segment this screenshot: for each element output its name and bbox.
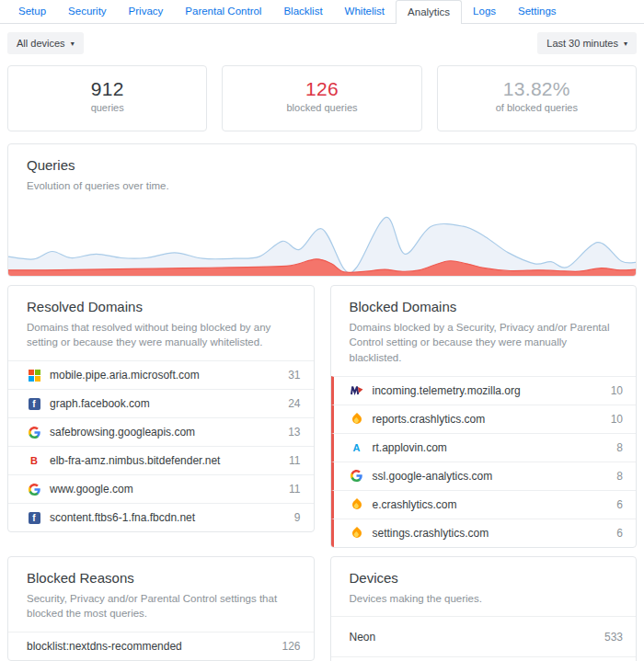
- blocked-domain-row: e.crashlytics.com 6: [331, 490, 637, 519]
- resolved-domain-row: f scontent.ftbs6-1.fna.fbcdn.net 9: [8, 503, 314, 531]
- blocked-queries-count-label: blocked queries: [223, 102, 420, 113]
- mozilla-icon: [350, 385, 364, 395]
- google-icon: [27, 484, 41, 496]
- device-row: moto g(7) 379: [331, 656, 637, 661]
- domain-count: 13: [288, 426, 300, 439]
- google-icon: [350, 470, 364, 482]
- tab-logs[interactable]: Logs: [462, 0, 507, 23]
- domain-label: reports.crashlytics.com: [373, 413, 486, 426]
- queries-card: Queries Evolution of queries over time.: [7, 143, 637, 277]
- stat-card-blocked-queries: 126 blocked queries: [222, 65, 421, 131]
- tab-parental-control[interactable]: Parental Control: [174, 0, 272, 23]
- reason-label: blocklist:nextdns-recommended: [27, 640, 182, 653]
- resolved-domains-card: Resolved Domains Domains that resolved w…: [7, 285, 315, 532]
- microsoft-icon: [27, 370, 41, 382]
- resolved-domain-row: f graph.facebook.com 24: [8, 389, 314, 417]
- bottom-row: Blocked Reasons Security, Privacy and/or…: [7, 556, 637, 661]
- domain-count: 10: [611, 413, 623, 426]
- blocked-reasons-card: Blocked Reasons Security, Privacy and/or…: [7, 556, 315, 661]
- domain-count: 11: [289, 454, 300, 467]
- resolved-domain-row: B elb-fra-amz.nimbus.bitdefender.net 11: [8, 446, 314, 474]
- blocked-domain-row: incoming.telemetry.mozilla.org 10: [331, 376, 637, 405]
- domain-count: 8: [616, 441, 623, 454]
- domain-label: graph.facebook.com: [50, 397, 150, 410]
- resolved-domain-row: www.google.com 11: [8, 474, 314, 503]
- domain-label: mobile.pipe.aria.microsoft.com: [50, 369, 200, 382]
- domain-label: settings.crashlytics.com: [373, 527, 489, 540]
- queries-card-title: Queries: [27, 157, 617, 173]
- blocked-domain-row: A rt.applovin.com 8: [331, 433, 637, 462]
- chevron-down-icon: ▾: [71, 40, 75, 48]
- domain-label: incoming.telemetry.mozilla.org: [373, 384, 521, 397]
- domain-count: 9: [294, 511, 301, 524]
- blocked-domain-row: settings.crashlytics.com 6: [331, 519, 637, 547]
- queries-count: 912: [8, 78, 206, 100]
- domain-label: elb-fra-amz.nimbus.bitdefender.net: [50, 454, 220, 467]
- tab-setup[interactable]: Setup: [7, 0, 57, 23]
- resolved-domain-row: mobile.pipe.aria.microsoft.com 31: [8, 360, 314, 389]
- chevron-down-icon: ▾: [624, 40, 627, 48]
- domain-count: 31: [288, 369, 300, 382]
- period-dropdown[interactable]: Last 30 minutes ▾: [537, 32, 637, 54]
- resolved-domain-row: safebrowsing.googleapis.com 13: [8, 417, 314, 446]
- device-name: Neon: [350, 631, 376, 644]
- domain-label: www.google.com: [50, 483, 133, 496]
- resolved-domains-subtitle: Domains that resolved without being bloc…: [27, 320, 295, 350]
- tab-settings[interactable]: Settings: [507, 0, 568, 23]
- resolved-domains-list: mobile.pipe.aria.microsoft.com 31 f grap…: [8, 360, 314, 531]
- devices-list: Neon 533 moto g(7) 379: [331, 616, 637, 661]
- domain-label: scontent.ftbs6-1.fna.fbcdn.net: [50, 511, 195, 524]
- domain-count: 6: [616, 498, 623, 511]
- reason-count: 126: [282, 640, 300, 653]
- google-icon: [27, 427, 41, 439]
- facebook-icon: f: [27, 512, 41, 524]
- tab-privacy[interactable]: Privacy: [118, 0, 175, 23]
- blocked-reasons-title: Blocked Reasons: [27, 570, 295, 586]
- devices-subtitle: Devices making the queries.: [350, 591, 618, 607]
- devices-title: Devices: [350, 570, 618, 586]
- devices-dropdown[interactable]: All devices ▾: [7, 32, 84, 54]
- blocked-domain-row: ssl.google-analytics.com 8: [331, 462, 637, 490]
- devices-dropdown-label: All devices: [17, 38, 65, 49]
- blocked-domains-subtitle: Domains blocked by a Security, Privacy a…: [350, 320, 618, 366]
- resolved-domains-title: Resolved Domains: [27, 299, 295, 314]
- domains-row: Resolved Domains Domains that resolved w…: [7, 285, 637, 548]
- crashlytics-icon: [350, 529, 364, 538]
- devices-card: Devices Devices making the queries. Neon…: [330, 556, 638, 661]
- tab-whitelist[interactable]: Whitelist: [334, 0, 396, 23]
- device-count: 533: [604, 631, 623, 644]
- stat-card-blocked-percent: 13.82% of blocked queries: [437, 65, 637, 131]
- domain-count: 6: [616, 527, 623, 540]
- queries-card-subtitle: Evolution of queries over time.: [27, 178, 617, 194]
- crashlytics-icon: [350, 500, 364, 509]
- bitdefender-icon: B: [27, 455, 41, 466]
- domain-label: rt.applovin.com: [373, 441, 447, 454]
- blocked-domains-title: Blocked Domains: [350, 299, 618, 314]
- tab-blacklist[interactable]: Blacklist: [272, 0, 333, 23]
- queries-count-label: queries: [8, 102, 206, 113]
- domain-count: 24: [288, 397, 300, 410]
- blocked-percent-label: of blocked queries: [438, 102, 636, 113]
- filters-row: All devices ▾ Last 30 minutes ▾: [0, 24, 644, 65]
- domain-label: e.crashlytics.com: [373, 498, 457, 511]
- domain-count: 8: [616, 470, 623, 483]
- facebook-icon: f: [27, 398, 41, 410]
- period-dropdown-label: Last 30 minutes: [546, 38, 618, 49]
- blocked-domains-list: incoming.telemetry.mozilla.org 10 report…: [331, 376, 637, 547]
- domain-label: ssl.google-analytics.com: [373, 470, 493, 483]
- crashlytics-icon: [350, 415, 364, 424]
- blocked-queries-count: 126: [223, 78, 420, 100]
- nav-tabbar: SetupSecurityPrivacyParental ControlBlac…: [0, 0, 644, 24]
- blocked-domain-row: reports.crashlytics.com 10: [331, 405, 637, 433]
- stat-card-queries: 912 queries: [7, 65, 207, 131]
- tab-analytics[interactable]: Analytics: [396, 0, 462, 24]
- device-row: Neon 533: [331, 616, 637, 656]
- stats-row: 912 queries 126 blocked queries 13.82% o…: [7, 65, 637, 131]
- domain-count: 10: [611, 384, 623, 397]
- applovin-icon: A: [350, 442, 364, 453]
- domain-count: 11: [289, 483, 300, 496]
- tab-security[interactable]: Security: [57, 0, 118, 23]
- blocked-reason-row: blocklist:nextdns-recommended 126: [8, 632, 314, 660]
- blocked-reasons-subtitle: Security, Privacy and/or Parental Contro…: [27, 591, 295, 621]
- blocked-domains-card: Blocked Domains Domains blocked by a Sec…: [330, 285, 638, 548]
